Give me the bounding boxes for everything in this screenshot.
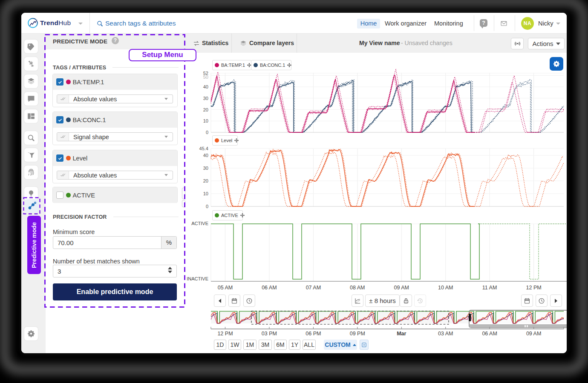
svg-text:06 PM: 06 PM — [306, 331, 321, 337]
svg-text:10: 10 — [203, 191, 208, 196]
svg-text:12 PM: 12 PM — [526, 285, 542, 291]
svg-text:08 AM: 08 AM — [350, 285, 365, 291]
svg-text:ACTIVE: ACTIVE — [191, 221, 208, 226]
svg-text:0: 0 — [206, 204, 208, 209]
svg-text:10 AM: 10 AM — [438, 285, 453, 291]
svg-text:11 AM: 11 AM — [482, 285, 497, 291]
svg-text:09 AM: 09 AM — [394, 285, 409, 291]
svg-text:Mar: Mar — [397, 331, 406, 337]
svg-text:06 AM: 06 AM — [482, 331, 497, 337]
svg-text:20: 20 — [203, 178, 208, 183]
svg-text:03 PM: 03 PM — [262, 331, 277, 337]
svg-text:INACTIVE: INACTIVE — [187, 276, 208, 281]
svg-text:40: 40 — [203, 84, 208, 89]
svg-text:09 PM: 09 PM — [350, 331, 365, 337]
svg-text:03 AM: 03 AM — [438, 331, 453, 337]
svg-text:10: 10 — [203, 118, 208, 123]
svg-text:50: 50 — [203, 74, 208, 80]
svg-text:12 PM: 12 PM — [217, 331, 233, 337]
svg-text:06 AM: 06 AM — [262, 285, 277, 291]
svg-text:07 AM: 07 AM — [306, 285, 321, 291]
svg-text:30: 30 — [203, 96, 208, 101]
svg-text:05 AM: 05 AM — [218, 285, 233, 291]
svg-text:0: 0 — [206, 130, 208, 135]
svg-text:40: 40 — [203, 153, 208, 158]
svg-text:45.4: 45.4 — [199, 146, 208, 151]
svg-text:30: 30 — [203, 166, 208, 171]
svg-text:20: 20 — [203, 107, 208, 112]
svg-text:09 AM: 09 AM — [526, 331, 541, 337]
